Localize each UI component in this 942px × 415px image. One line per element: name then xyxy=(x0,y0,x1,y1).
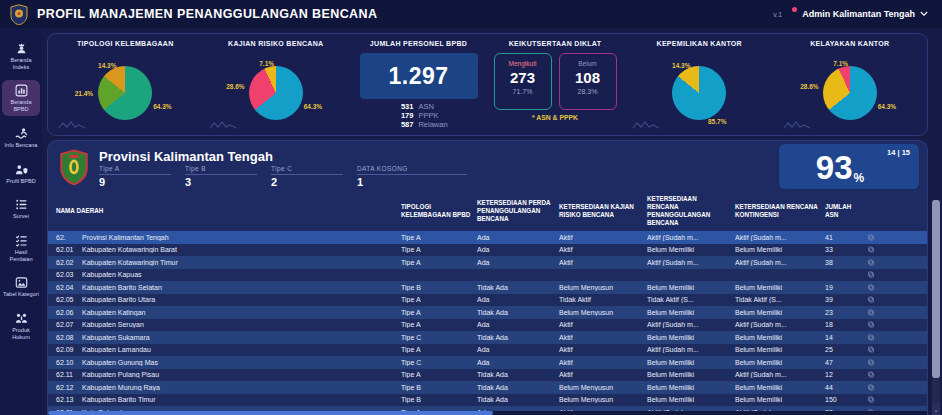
cell-rencana-kontingensi: Belum Memiliki xyxy=(735,384,825,391)
sidebar: Beranda IndeksBeranda BPBDInfo BencanaPr… xyxy=(0,28,42,415)
cell-tipologi: Tipe B xyxy=(401,284,477,291)
list-icon xyxy=(15,198,28,211)
copy-icon[interactable] xyxy=(867,283,893,292)
cell-rencana-kontingensi: Belum Memiliki xyxy=(735,334,825,341)
sidebar-item-survei[interactable]: Survei xyxy=(2,194,40,223)
cell-nama-daerah: 62.08Kabupaten Sukamara xyxy=(56,334,401,341)
cell-perda: Tidak Ada xyxy=(477,396,559,403)
sidebar-item-produk-hukum[interactable]: Produk Hukum xyxy=(2,308,40,343)
cell-rencana-kontingensi: Aktif (Sudah m... xyxy=(735,234,825,241)
copy-icon[interactable] xyxy=(867,295,893,304)
cell-kajian-risiko: Belum Menyusun xyxy=(559,284,647,291)
vertical-scrollbar[interactable]: ⌄ xyxy=(932,200,940,415)
sidebar-item-hasil-penilaian[interactable]: Hasil Penilaian xyxy=(2,230,40,265)
cell-rencana-penanggulangan: Belum Memiliki xyxy=(647,309,735,316)
table-row[interactable]: 62.08Kabupaten SukamaraTipe CTidak AdaAk… xyxy=(48,331,927,344)
horizontal-scrollbar[interactable] xyxy=(48,411,927,415)
card-kepemilikan-kantor: KEPEMILIKAN KANTOR85.7%14.3% xyxy=(624,38,775,131)
cell-jumlah-asn: 25 xyxy=(825,346,867,353)
table-row[interactable]: 62.13Kabupaten Barito TimurTipe BTidak A… xyxy=(48,394,927,407)
copy-icon[interactable] xyxy=(867,333,893,342)
pie-slice-label: 64.3% xyxy=(304,102,322,109)
table-row[interactable]: 62.04Kabupaten Barito SelatanTipe BTidak… xyxy=(48,281,927,294)
sidebar-item-beranda-bpbd[interactable]: Beranda BPBD xyxy=(2,80,40,115)
copy-icon[interactable] xyxy=(867,358,893,367)
sidebar-item-beranda-indeks[interactable]: Beranda Indeks xyxy=(2,38,40,73)
cell-rencana-penanggulangan: Aktif (Sudah m... xyxy=(647,234,735,241)
cell-nama-daerah: 62.09Kabupaten Lamandau xyxy=(56,346,401,353)
admin-menu[interactable]: Admin Kalimantan Tengah xyxy=(792,9,928,19)
personel-breakdown: 531ASN 179PPPK 587Relawan xyxy=(389,102,447,129)
table-row[interactable]: 62.11Kabupaten Pulang PisauTipe ATidak A… xyxy=(48,369,927,382)
cell-nama-daerah: 62.03Kabupaten Kapuas xyxy=(56,271,401,278)
horizontal-scrollbar-thumb[interactable] xyxy=(48,411,493,415)
diklat-box-mengikuti: Mengikuti 273 71.7% xyxy=(494,53,552,110)
cell-jumlah-asn: 41 xyxy=(825,234,867,241)
copy-icon[interactable] xyxy=(867,308,893,317)
people-badge-icon xyxy=(15,163,28,176)
cell-kajian-risiko: Tidak Aktif xyxy=(559,296,647,303)
cell-rencana-kontingensi: Belum Memiliki xyxy=(735,359,825,366)
cell-jumlah-asn: 47 xyxy=(825,359,867,366)
table-row[interactable]: 62.06Kabupaten KatinganTipe ATidak AdaBe… xyxy=(48,306,927,319)
card-title: JUMLAH PERSONEL BPBD xyxy=(355,40,482,50)
column-header-jumlah-asn: JUMLAH ASN xyxy=(825,203,867,219)
table-row[interactable]: 62.05Kabupaten Barito UtaraTipe AAdaTida… xyxy=(48,294,927,307)
sparkline-icon xyxy=(209,119,237,129)
cell-jumlah-asn: 14 xyxy=(825,334,867,341)
diklat-note: * ASN & PPPK xyxy=(490,114,620,121)
copy-icon[interactable] xyxy=(867,395,893,404)
cell-jumlah-asn: 23 xyxy=(825,309,867,316)
cell-nama-daerah: 62.07Kabupaten Seruyan xyxy=(56,321,401,328)
card-title: KEPEMILIKAN KANTOR xyxy=(628,40,771,50)
copy-icon[interactable] xyxy=(867,345,893,354)
pppk-label: PPPK xyxy=(418,111,447,120)
sidebar-item-profil-bpbd[interactable]: Profil BPBD xyxy=(2,159,40,188)
sparkline-icon xyxy=(632,119,660,129)
pie-chart xyxy=(98,66,152,120)
copy-icon[interactable] xyxy=(867,383,893,392)
asn-count: 531 xyxy=(389,102,413,111)
table-row[interactable]: 62.10Kabupaten Gunung MasTipe CAdaAktifB… xyxy=(48,356,927,369)
table-row[interactable]: 62.Provinsi Kalimantan TengahTipe AAdaAk… xyxy=(48,231,927,244)
table-row[interactable]: 62.01Kabupaten Kotawaringin BaratTipe AA… xyxy=(48,244,927,257)
sidebar-item-label: Hasil Penilaian xyxy=(3,249,39,262)
cell-perda: Tidak Ada xyxy=(477,371,559,378)
sidebar-item-info-bencana[interactable]: Info Bencana xyxy=(2,123,40,152)
card-title: KEIKUTSERTAAN DIKLAT xyxy=(490,40,620,50)
cell-rencana-kontingensi: Tidak Aktif (S... xyxy=(735,296,825,303)
type-stats: Tipe A 9 Tipe B 3 Tipe C 2 DATA KOSONG xyxy=(99,165,467,188)
copy-icon[interactable] xyxy=(867,245,893,254)
diklat-box-belum: Belum 108 28.3% xyxy=(559,53,617,110)
copy-icon[interactable] xyxy=(867,370,893,379)
column-header-ketersediaan-perda-penanggulangan-bencana: KETERSEDIAAN PERDA PENANGGULANGAN BENCAN… xyxy=(477,199,559,224)
copy-icon[interactable] xyxy=(867,258,893,267)
sidebar-item-label: Survei xyxy=(13,213,29,220)
sidebar-item-label: Produk Hukum xyxy=(3,327,39,340)
table-row[interactable]: 62.02Kabupaten Kotawaringin TimurTipe AA… xyxy=(48,256,927,269)
cell-perda: Tidak Ada xyxy=(477,384,559,391)
app-logo-icon xyxy=(10,4,28,25)
card-keikutsertaan-diklat: KEIKUTSERTAAN DIKLAT Mengikuti 273 71.7%… xyxy=(486,38,624,131)
cell-kajian-risiko: Aktif xyxy=(559,259,647,266)
province-emblem-icon xyxy=(58,149,90,187)
version-label: v.1 xyxy=(773,11,782,18)
cell-kajian-risiko: Aktif xyxy=(559,334,647,341)
card-title: TIPOLOGI KELEMBAGAAN xyxy=(54,40,197,50)
table-row[interactable]: 62.12Kabupaten Murung RayaTipe BTidak Ad… xyxy=(48,381,927,394)
copy-icon[interactable] xyxy=(867,270,893,279)
stats-cards: TIPOLOGI KELEMBAGAAN64.3%21.4%14.3% KAJI… xyxy=(47,33,928,136)
vertical-scrollbar-thumb[interactable] xyxy=(932,200,940,378)
table-row[interactable]: 62.07Kabupaten SeruyanTipe AAdaAktifAkti… xyxy=(48,319,927,332)
copy-icon[interactable] xyxy=(867,320,893,329)
cell-perda: Ada xyxy=(477,346,559,353)
crown-person-icon xyxy=(15,42,28,55)
table-row[interactable]: 62.09Kabupaten LamandauTipe AAdaAktifAkt… xyxy=(48,344,927,357)
cell-tipologi: Tipe B xyxy=(401,384,477,391)
copy-icon[interactable] xyxy=(867,233,893,242)
sidebar-item-tabel-kategori[interactable]: Tabel Kategori xyxy=(2,272,40,301)
cell-tipologi: Tipe A xyxy=(401,321,477,328)
cell-perda: Ada xyxy=(477,359,559,366)
table-row[interactable]: 62.03Kabupaten Kapuas xyxy=(48,269,927,282)
app-window: PROFIL MANAJEMEN PENANGGULANGAN BENCANA … xyxy=(0,0,942,415)
